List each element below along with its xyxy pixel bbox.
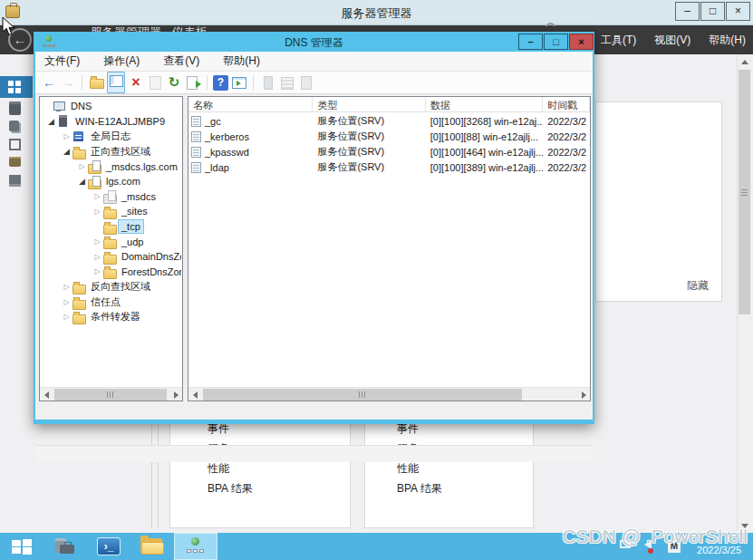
show-console-tree-toggle[interactable] — [107, 72, 125, 93]
column-header[interactable]: 名称 — [188, 97, 313, 111]
menu-item[interactable]: 帮助(H) — [709, 33, 746, 48]
tree-expand-arrow[interactable]: ◢ — [45, 117, 57, 126]
record-type: 服务位置(SRV) — [313, 130, 425, 143]
delete-button[interactable]: × — [128, 74, 144, 91]
tree-expand-arrow[interactable]: ▷ — [92, 237, 103, 246]
tree-item[interactable]: DNS — [41, 99, 181, 114]
dns-sidebar-icon[interactable] — [9, 157, 21, 167]
tree-expand-arrow[interactable]: ▷ — [92, 267, 103, 275]
local-server-icon[interactable] — [9, 101, 21, 115]
list-horizontal-scrollbar[interactable] — [188, 387, 590, 401]
list-column-headers: 名称类型数据时间戳 — [188, 97, 590, 112]
tree-expand-arrow[interactable]: ▷ — [76, 162, 88, 170]
close-button[interactable]: × — [726, 2, 750, 21]
vertical-scrollbar[interactable] — [737, 54, 750, 533]
tree-horizontal-scrollbar[interactable] — [40, 387, 182, 401]
tile-link[interactable]: BPA 结果 — [208, 481, 350, 501]
column-header[interactable]: 类型 — [313, 97, 425, 111]
scroll-right-arrow[interactable] — [576, 388, 590, 401]
tree-expand-arrow[interactable]: ▷ — [61, 283, 72, 291]
zone-icon — [88, 176, 101, 188]
column-header[interactable]: 时间戳 — [543, 97, 590, 111]
tree-item[interactable]: ◢WIN-E12AJLJMBP9 — [41, 114, 181, 130]
record-row[interactable]: _kerberos服务位置(SRV)[0][100][88] win-e12aj… — [188, 129, 590, 144]
scrollbar-thumb[interactable] — [54, 389, 167, 401]
tree-item[interactable]: ▷_msdcs.lgs.com — [41, 159, 181, 174]
tree-item[interactable]: ◢正向查找区域 — [41, 144, 181, 159]
tree-item[interactable]: ▷DomainDnsZones — [41, 249, 181, 265]
tree-item[interactable]: ◢lgs.com — [41, 174, 181, 189]
tree-expand-arrow[interactable]: ◢ — [61, 147, 72, 156]
record-paste-button — [297, 74, 314, 91]
scroll-right-arrow[interactable] — [169, 388, 182, 401]
tree-item[interactable]: ▷_udp — [41, 234, 181, 249]
minimize-button[interactable]: – — [518, 34, 543, 50]
refresh-button[interactable]: ↻ — [166, 74, 182, 91]
column-header[interactable]: 数据 — [426, 97, 543, 111]
record-icon — [191, 147, 201, 158]
tree-item[interactable]: ▷_msdcs — [41, 189, 181, 205]
console-window-button[interactable] — [231, 74, 247, 91]
toolbar-separator — [82, 75, 82, 90]
scrollbar-thumb[interactable] — [739, 70, 750, 314]
record-row[interactable]: _ldap服务位置(SRV)[0][100][389] win-e12ajlj.… — [188, 159, 590, 175]
ad-ds-icon[interactable] — [9, 139, 21, 150]
show-console-tree-button[interactable] — [108, 72, 124, 89]
taskbar-powershell-button[interactable]: ›_ — [87, 533, 130, 560]
tree-expand-arrow[interactable]: ▷ — [61, 298, 72, 306]
menu-item[interactable]: 工具(T) — [601, 33, 636, 48]
tree-item[interactable]: _tcp — [41, 219, 181, 235]
tree-expand-arrow[interactable]: ▷ — [92, 208, 103, 216]
start-button[interactable] — [0, 533, 43, 560]
scroll-up-arrow[interactable] — [738, 54, 751, 69]
menu-item[interactable]: 帮助(H) — [223, 53, 260, 69]
menu-item[interactable]: 查看(V) — [163, 53, 199, 69]
folder-icon — [103, 221, 116, 233]
tree-item[interactable]: ▷反向查找区域 — [41, 279, 181, 294]
watermark-text: CSDN @ .PowerShell — [562, 526, 748, 547]
tile-link[interactable]: 事件 — [397, 421, 533, 441]
scroll-left-arrow[interactable] — [40, 388, 53, 401]
maximize-button[interactable]: □ — [700, 2, 725, 21]
minimize-button[interactable]: – — [675, 2, 700, 21]
properties-button — [147, 74, 163, 91]
back-button[interactable]: ← — [41, 74, 57, 91]
menu-item[interactable]: 视图(V) — [654, 33, 690, 48]
record-icon — [191, 162, 201, 173]
tree-item[interactable]: ▷信任点 — [41, 294, 181, 310]
tile-link[interactable]: 性能 — [208, 461, 350, 481]
scroll-left-arrow[interactable] — [188, 388, 202, 401]
menu-item[interactable]: 操作(A) — [103, 53, 140, 69]
record-row[interactable]: _gc服务位置(SRV)[0][100][3268] win-e12aj...2… — [188, 113, 590, 129]
server-manager-titlebar[interactable]: 服务器管理器 – □ × — [0, 0, 753, 25]
dns-titlebar[interactable]: DNS 管理器 – □ × — [34, 32, 594, 52]
tree-item[interactable]: ▷_sites — [41, 204, 181, 219]
tree-item[interactable]: ▷全局日志 — [41, 129, 181, 144]
tile-link[interactable]: 性能 — [397, 461, 533, 481]
close-button[interactable]: × — [569, 34, 594, 50]
maximize-button[interactable]: □ — [544, 34, 568, 50]
tree-item[interactable]: ▷条件转发器 — [41, 309, 181, 324]
tree-expand-arrow[interactable]: ▷ — [61, 132, 72, 140]
taskbar-dns-button[interactable] — [174, 533, 217, 560]
breadcrumb: 服务器管理器 · 仪表板 — [91, 25, 263, 32]
taskbar-server-manager-button[interactable] — [43, 533, 87, 560]
scrollbar-thumb[interactable] — [203, 389, 522, 401]
help-button[interactable]: ? — [213, 75, 228, 91]
tree-expand-arrow[interactable]: ▷ — [92, 192, 103, 200]
tile-link[interactable]: BPA 结果 — [397, 481, 533, 501]
tree-expand-arrow[interactable]: ◢ — [76, 177, 88, 186]
file-storage-icon[interactable] — [9, 175, 21, 184]
tree-item[interactable]: ▷ForestDnsZones — [41, 265, 181, 280]
menu-item[interactable]: 文件(F) — [44, 53, 80, 69]
export-list-button[interactable] — [185, 74, 201, 91]
tree-expand-arrow[interactable]: ▷ — [61, 313, 72, 321]
taskbar-file-explorer-button[interactable] — [130, 533, 174, 560]
tree-expand-arrow[interactable]: ▷ — [92, 253, 103, 261]
up-one-level-button[interactable] — [88, 74, 104, 91]
record-row[interactable]: _kpasswd服务位置(SRV)[0][100][464] win-e12aj… — [188, 144, 590, 159]
tile-link[interactable]: 事件 — [208, 421, 350, 441]
hide-link[interactable]: 隐藏 — [687, 278, 709, 294]
all-servers-icon[interactable] — [9, 121, 19, 131]
sidebar-item-dashboard[interactable] — [0, 76, 33, 98]
